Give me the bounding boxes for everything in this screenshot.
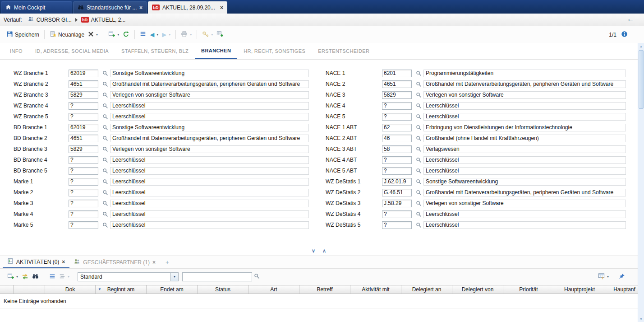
form-tab[interactable]: STAFFELN, STEUERN, BLZ bbox=[115, 43, 195, 59]
table-header-cell[interactable]: ▼ Delegiert von bbox=[452, 285, 503, 294]
branch-code-input[interactable] bbox=[382, 145, 412, 153]
permissions-button[interactable]: ▾ bbox=[200, 29, 215, 40]
navigate-back-button[interactable]: ◀ ▾ bbox=[148, 30, 160, 39]
table-header-cell[interactable]: ▼ Status bbox=[198, 285, 248, 294]
lookup-magnifier-icon[interactable] bbox=[414, 114, 423, 120]
branch-code-input[interactable] bbox=[382, 135, 412, 142]
search-button[interactable] bbox=[252, 272, 262, 282]
table-header-cell[interactable]: ▼ Priorität bbox=[503, 285, 554, 294]
transfer-button[interactable] bbox=[20, 271, 30, 282]
refresh-button[interactable] bbox=[121, 29, 131, 40]
dropdown-caret-icon[interactable]: ▾ bbox=[607, 275, 609, 279]
list-view-button[interactable] bbox=[138, 29, 148, 40]
dropdown-caret-icon[interactable]: ▾ bbox=[156, 33, 158, 37]
dropdown-caret-icon[interactable]: ▾ bbox=[16, 275, 18, 279]
dropdown-caret-icon[interactable]: ▾ bbox=[190, 33, 192, 37]
scrollbar-thumb[interactable] bbox=[639, 50, 644, 109]
branch-code-input[interactable] bbox=[69, 221, 98, 229]
branch-code-input[interactable] bbox=[382, 70, 412, 77]
vertical-scrollbar[interactable]: ▲ ▼ bbox=[638, 43, 644, 322]
tab-geschaeftspartner[interactable]: GESCHÄFTSPARTNER (1) × bbox=[69, 256, 160, 268]
lookup-magnifier-icon[interactable] bbox=[101, 103, 109, 109]
table-filter-button[interactable]: ▾ bbox=[596, 271, 611, 282]
scrollbar-up-arrow[interactable]: ▲ bbox=[638, 43, 644, 49]
dropdown-caret-icon[interactable]: ▾ bbox=[169, 33, 170, 37]
new-window-button[interactable]: ▾ bbox=[106, 29, 121, 40]
table-header-cell[interactable]: ▼ bbox=[0, 285, 14, 294]
collapse-down-icon[interactable]: ∨ bbox=[312, 248, 315, 254]
close-icon[interactable]: × bbox=[62, 259, 65, 265]
branch-code-input[interactable] bbox=[382, 80, 412, 88]
lookup-magnifier-icon[interactable] bbox=[101, 81, 109, 87]
branch-code-input[interactable] bbox=[69, 145, 98, 153]
list-view-button[interactable] bbox=[47, 272, 57, 282]
lookup-magnifier-icon[interactable] bbox=[101, 201, 109, 206]
table-header-cell[interactable]: ▼ Dok bbox=[45, 285, 96, 294]
close-icon[interactable]: × bbox=[152, 260, 156, 265]
new-record-button[interactable]: Neuanlage bbox=[48, 29, 86, 40]
branch-code-input[interactable] bbox=[69, 80, 98, 88]
dropdown-caret-icon[interactable]: ▾ bbox=[96, 33, 98, 37]
select-dropdown-button[interactable]: ▾ bbox=[170, 273, 178, 281]
add-tab-button[interactable]: + bbox=[160, 256, 175, 268]
table-header-cell[interactable]: ▼ Beginnt am bbox=[96, 285, 147, 294]
lookup-magnifier-icon[interactable] bbox=[414, 222, 423, 228]
branch-code-input[interactable] bbox=[382, 189, 412, 196]
lookup-magnifier-icon[interactable] bbox=[101, 125, 109, 131]
lookup-magnifier-icon[interactable] bbox=[414, 168, 423, 174]
lookup-magnifier-icon[interactable] bbox=[101, 92, 109, 98]
lookup-magnifier-icon[interactable] bbox=[101, 70, 109, 76]
branch-code-input[interactable] bbox=[69, 200, 98, 207]
history-item-aktuell[interactable]: bD AKTUELL, 2... bbox=[79, 16, 128, 24]
branch-code-input[interactable] bbox=[382, 102, 412, 110]
table-header-cell[interactable]: ▼ Aktivität mit bbox=[350, 285, 401, 294]
add-to-dataset-button[interactable] bbox=[215, 29, 225, 40]
lookup-magnifier-icon[interactable] bbox=[414, 81, 423, 87]
delete-button[interactable]: ▾ bbox=[86, 30, 100, 40]
dropdown-caret-icon[interactable]: ▾ bbox=[68, 275, 69, 279]
window-tab-standardsuche[interactable]: Standardsuche für ... × bbox=[73, 1, 147, 14]
pin-panel-button[interactable] bbox=[617, 272, 627, 282]
lookup-magnifier-icon[interactable] bbox=[414, 103, 423, 109]
lookup-magnifier-icon[interactable] bbox=[414, 146, 423, 152]
branch-code-input[interactable] bbox=[69, 135, 98, 142]
lookup-magnifier-icon[interactable] bbox=[414, 125, 423, 131]
lookup-magnifier-icon[interactable] bbox=[101, 168, 109, 174]
dropdown-caret-icon[interactable]: ▾ bbox=[117, 33, 119, 37]
branch-code-input[interactable] bbox=[69, 113, 98, 121]
quick-search-input[interactable] bbox=[182, 272, 252, 281]
branch-code-input[interactable] bbox=[69, 102, 98, 110]
history-item-cursor[interactable]: CURSOR GI... bbox=[26, 15, 74, 24]
lookup-magnifier-icon[interactable] bbox=[414, 92, 423, 98]
lookup-magnifier-icon[interactable] bbox=[414, 211, 423, 217]
form-tab[interactable]: BRANCHEN bbox=[195, 43, 237, 59]
branch-code-input[interactable] bbox=[382, 91, 412, 99]
scrollbar-down-arrow[interactable]: ▼ bbox=[638, 316, 644, 322]
branch-code-input[interactable] bbox=[382, 178, 412, 186]
lookup-magnifier-icon[interactable] bbox=[414, 201, 423, 206]
collapse-up-icon[interactable]: ∧ bbox=[322, 248, 326, 254]
history-back-arrow[interactable]: ← bbox=[627, 15, 634, 23]
lookup-magnifier-icon[interactable] bbox=[414, 179, 423, 185]
branch-code-input[interactable] bbox=[69, 156, 98, 164]
lookup-magnifier-icon[interactable] bbox=[414, 135, 423, 141]
tab-aktivitaeten[interactable]: AKTIVITÄTEN (0) × bbox=[3, 256, 69, 268]
close-icon[interactable]: × bbox=[139, 5, 143, 10]
branch-code-input[interactable] bbox=[69, 124, 98, 131]
window-tab-aktuell[interactable]: bD AKTUELL, 28.09.20... × bbox=[148, 1, 227, 14]
lookup-magnifier-icon[interactable] bbox=[101, 179, 109, 185]
grouping-button[interactable]: ▾ bbox=[57, 272, 71, 282]
form-tab[interactable]: ERSTENTSCHEIDER bbox=[312, 43, 376, 59]
branch-code-input[interactable] bbox=[382, 221, 412, 229]
search-records-button[interactable] bbox=[30, 271, 41, 282]
branch-code-input[interactable] bbox=[69, 189, 98, 196]
lookup-magnifier-icon[interactable] bbox=[101, 146, 109, 152]
lookup-magnifier-icon[interactable] bbox=[414, 190, 423, 196]
lookup-magnifier-icon[interactable] bbox=[101, 114, 109, 120]
print-button[interactable]: ▾ bbox=[179, 29, 193, 40]
branch-code-input[interactable] bbox=[382, 167, 412, 175]
table-header-cell[interactable]: ▼ bbox=[14, 285, 45, 294]
add-activity-button[interactable]: ▾ bbox=[5, 271, 20, 282]
lookup-magnifier-icon[interactable] bbox=[101, 211, 109, 217]
branch-code-input[interactable] bbox=[69, 70, 98, 77]
